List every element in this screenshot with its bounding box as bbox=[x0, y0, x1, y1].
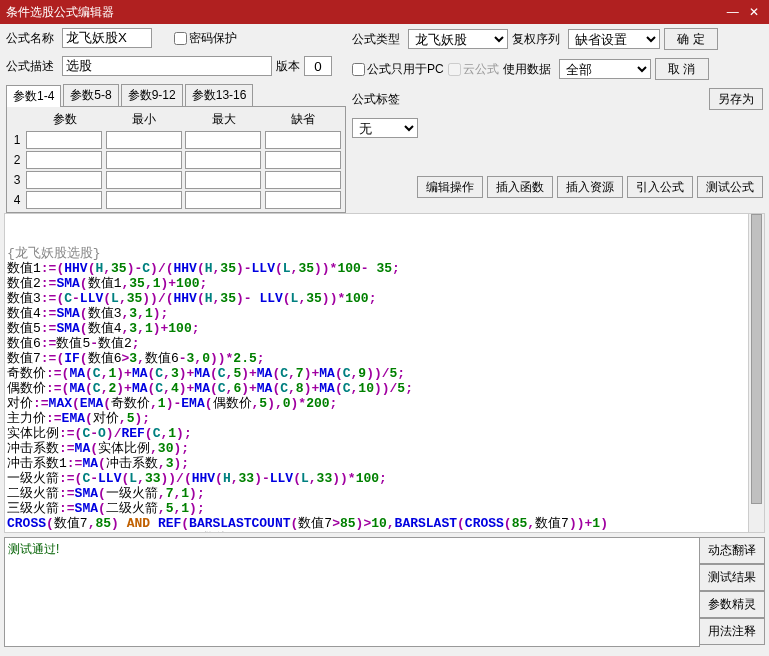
code-editor[interactable]: {龙飞妖股选股}数值1:=(HHV(H,35)-C)/(HHV(H,35)-LL… bbox=[4, 213, 765, 533]
fq-label: 复权序列 bbox=[512, 31, 564, 48]
insres-button[interactable]: 插入资源 bbox=[557, 176, 623, 198]
ok-button[interactable]: 确 定 bbox=[664, 28, 718, 50]
close-icon[interactable]: ✕ bbox=[745, 5, 763, 19]
minimize-icon[interactable]: — bbox=[724, 5, 742, 19]
tab-params-9-12[interactable]: 参数9-12 bbox=[121, 84, 183, 106]
pwd-checkbox[interactable] bbox=[174, 32, 187, 45]
param-cell[interactable] bbox=[26, 131, 102, 149]
status-text: 测试通过! bbox=[8, 542, 59, 556]
titlebar: 条件选股公式编辑器 — ✕ bbox=[0, 0, 769, 24]
insfn-button[interactable]: 插入函数 bbox=[487, 176, 553, 198]
paramwiz-button[interactable]: 参数精灵 bbox=[700, 591, 765, 618]
scrollbar-vertical[interactable] bbox=[748, 214, 764, 532]
test-button[interactable]: 测试公式 bbox=[697, 176, 763, 198]
usedata-label: 使用数据 bbox=[503, 61, 555, 78]
tab-params-5-8[interactable]: 参数5-8 bbox=[63, 84, 118, 106]
desc-input[interactable] bbox=[62, 56, 272, 76]
param-row: 3 bbox=[9, 170, 343, 190]
ver-input[interactable] bbox=[304, 56, 332, 76]
cancel-button[interactable]: 取 消 bbox=[655, 58, 709, 80]
tab-params-1-4[interactable]: 参数1-4 bbox=[6, 85, 61, 107]
param-row: 4 bbox=[9, 190, 343, 210]
type-select[interactable]: 龙飞妖股 bbox=[408, 29, 508, 49]
tag-label: 公式标签 bbox=[352, 91, 404, 108]
pconly-checkbox[interactable] bbox=[352, 63, 365, 76]
name-input[interactable] bbox=[62, 28, 152, 48]
name-label: 公式名称 bbox=[6, 30, 58, 47]
pwd-checkbox-label[interactable]: 密码保护 bbox=[174, 30, 237, 47]
param-grid: 参数最小最大缺省 1 2 3 4 bbox=[6, 107, 346, 213]
param-row: 2 bbox=[9, 150, 343, 170]
cloud-checkbox bbox=[448, 63, 461, 76]
param-row: 1 bbox=[9, 130, 343, 150]
testres-button[interactable]: 测试结果 bbox=[700, 564, 765, 591]
cloud-label: 云公式 bbox=[448, 61, 499, 78]
usedata-select[interactable]: 全部 bbox=[559, 59, 651, 79]
saveas-button[interactable]: 另存为 bbox=[709, 88, 763, 110]
param-tabs: 参数1-4 参数5-8 参数9-12 参数13-16 bbox=[6, 84, 346, 107]
impfm-button[interactable]: 引入公式 bbox=[627, 176, 693, 198]
type-label: 公式类型 bbox=[352, 31, 404, 48]
fq-select[interactable]: 缺省设置 bbox=[568, 29, 660, 49]
usage-button[interactable]: 用法注释 bbox=[700, 618, 765, 645]
tab-params-13-16[interactable]: 参数13-16 bbox=[185, 84, 254, 106]
tag-select[interactable]: 无 bbox=[352, 118, 418, 138]
desc-label: 公式描述 bbox=[6, 58, 58, 75]
status-box: 测试通过! bbox=[4, 537, 700, 647]
scrollbar-thumb[interactable] bbox=[751, 214, 762, 504]
pconly-label[interactable]: 公式只用于PC bbox=[352, 61, 444, 78]
dyntrans-button[interactable]: 动态翻译 bbox=[700, 537, 765, 564]
editop-button[interactable]: 编辑操作 bbox=[417, 176, 483, 198]
ver-label: 版本 bbox=[276, 58, 300, 75]
window-title: 条件选股公式编辑器 bbox=[6, 4, 114, 21]
